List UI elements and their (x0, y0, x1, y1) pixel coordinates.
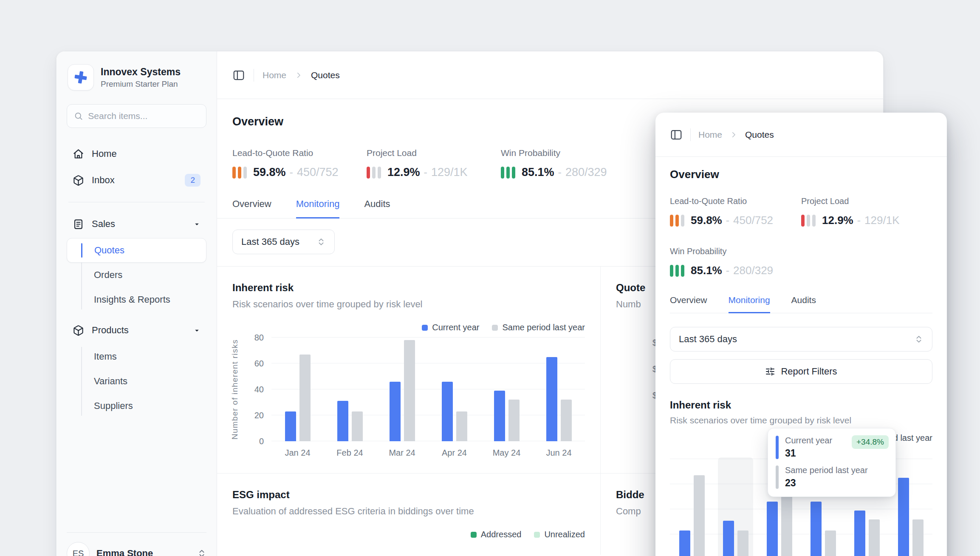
bar-group-feb-24[interactable] (714, 459, 757, 556)
sidebar-group-sales[interactable]: Sales (67, 211, 206, 237)
sidebar-item-variants[interactable]: Variants (67, 369, 206, 394)
bar-current-year (494, 391, 505, 441)
indicator-bar (681, 215, 684, 227)
y-tick-label: 80 (243, 333, 264, 343)
sidebar-search[interactable] (67, 104, 206, 128)
sidebar-group-label: Products (92, 325, 129, 336)
sidebar-item-quotes[interactable]: Quotes (67, 238, 206, 263)
inherent-risk-chart: 020406080Number of inherent risksJan 24F… (232, 338, 585, 458)
period-select[interactable]: Last 365 days (670, 327, 932, 352)
kpi-indicator-bars (501, 167, 515, 179)
bar-group-may-24[interactable] (480, 338, 533, 441)
kpi-indicator-bars (232, 167, 247, 179)
tooltip-row: Same period last year23 (776, 465, 888, 489)
sidebar-item-orders[interactable]: Orders (67, 263, 206, 287)
indicator-bar (670, 265, 673, 277)
tab-overview[interactable]: Overview (232, 199, 271, 218)
package-icon (73, 175, 84, 186)
kpi-detail: 450/752 (297, 166, 339, 179)
sidebar-item-insights-reports[interactable]: Insights & Reports (67, 287, 206, 312)
kpi-value: 59.8% (691, 214, 722, 227)
search-input[interactable] (88, 111, 199, 121)
indicator-bar (243, 167, 247, 179)
bar-group-jan-24[interactable] (271, 338, 324, 441)
tab-monitoring[interactable]: Monitoring (729, 295, 770, 313)
x-tick-label: Jun 24 (533, 448, 585, 458)
sidebar-toggle-icon[interactable] (670, 128, 683, 141)
esg-impact-card: ESG impact Evaluation of addressed ESG c… (217, 473, 600, 555)
sidebar-group-label: Sales (92, 218, 115, 230)
chart-plot-area: 020406080Number of inherent risks (271, 338, 585, 441)
report-filters-button[interactable]: Report Filters (670, 359, 932, 384)
indicator-bar (238, 167, 241, 179)
kpi-value: 85.1% (691, 264, 722, 277)
kpi-indicator-bars (801, 215, 816, 227)
bar-group-jun-24[interactable] (533, 338, 585, 441)
sidebar-item-inbox[interactable]: Inbox2 (67, 167, 206, 193)
legend-swatch (534, 532, 540, 538)
bar-group-apr-24[interactable] (428, 338, 480, 441)
tooltip-series-value: 23 (785, 477, 868, 489)
kpi-dash: - (726, 264, 729, 277)
sidebar-item-items[interactable]: Items (67, 344, 206, 369)
sidebar-group-products[interactable]: Products (67, 317, 206, 343)
x-tick-label: Jan 24 (271, 448, 324, 458)
chevron-right-icon (295, 71, 302, 79)
bar-groups (271, 338, 585, 441)
x-tick-label: Apr 24 (428, 448, 480, 458)
sliders-icon (765, 366, 775, 377)
kpi-label: Project Load (801, 196, 932, 206)
legend-swatch (492, 325, 498, 331)
chart-subtitle: Risk scenarios over time grouped by risk… (232, 299, 585, 310)
indicator-bar (378, 167, 381, 179)
chevron-up-down-icon (914, 335, 924, 344)
sidebar-sublist: ItemsVariantsSuppliers (67, 344, 206, 418)
user-menu[interactable]: ES Emma Stone (67, 532, 206, 556)
overlay-window: Home Quotes Overview Lead-to-Quote Ratio… (655, 113, 947, 556)
page-title: Overview (670, 168, 932, 181)
bar-same-period-last-year (352, 411, 363, 441)
bar-group-feb-24[interactable] (324, 338, 376, 441)
kpi-label: Lead-to-Quote Ratio (232, 148, 367, 158)
indicator-bar (232, 167, 236, 179)
bar-same-period-last-year (404, 340, 415, 441)
tab-audits[interactable]: Audits (364, 199, 390, 218)
breadcrumb-home[interactable]: Home (698, 130, 722, 140)
bar-current-year (285, 411, 296, 441)
bar-group-jan-24[interactable] (670, 459, 714, 556)
user-name: Emma Stone (96, 548, 153, 556)
tooltip-series-indicator (776, 436, 779, 459)
period-select[interactable]: Last 365 days (232, 230, 335, 254)
kpi-value: 12.9% (822, 214, 853, 227)
bar-group-mar-24[interactable] (376, 338, 428, 441)
kpi-value-row: 85.1%-280/329 (501, 166, 635, 179)
sidebar-item-suppliers[interactable]: Suppliers (67, 394, 206, 418)
tooltip-series-indicator (776, 465, 779, 489)
legend-label: Unrealized (544, 530, 585, 539)
sidebar-toggle-icon[interactable] (232, 69, 245, 82)
kpi-detail: 280/329 (733, 264, 773, 277)
bar-same-period-last-year (694, 475, 705, 556)
kpi-detail: 129/1K (864, 214, 899, 227)
kpi-dash: - (424, 166, 427, 179)
kpi-grid: Lead-to-Quote Ratio59.8%-450/752Project … (670, 196, 932, 277)
kpi-win-probability: Win Probability85.1%-280/329 (670, 247, 801, 277)
bar-current-year (854, 511, 865, 556)
kpi-value-row: 12.9%-129/1K (801, 214, 932, 227)
chevron-down-icon (193, 221, 201, 228)
breadcrumb-home[interactable]: Home (263, 70, 286, 80)
tooltip-series-label: Current year (785, 436, 832, 445)
inherent-risk-chart: Current yearSame period last year Jan 24… (670, 432, 932, 556)
tab-audits[interactable]: Audits (791, 295, 816, 313)
bar-same-period-last-year (299, 355, 311, 441)
tab-overview[interactable]: Overview (670, 295, 707, 313)
avatar: ES (67, 542, 90, 556)
kpi-value: 85.1% (522, 166, 554, 179)
org-switcher[interactable]: Innovex Systems Premium Starter Plan (67, 62, 206, 92)
kpi-value-row: 59.8%-450/752 (670, 214, 801, 227)
tab-monitoring[interactable]: Monitoring (296, 199, 340, 218)
indicator-bar (807, 215, 810, 227)
sidebar-item-home[interactable]: Home (67, 141, 206, 167)
sidebar: Innovex Systems Premium Starter Plan Hom… (56, 51, 217, 556)
kpi-value-row: 85.1%-280/329 (670, 264, 801, 277)
